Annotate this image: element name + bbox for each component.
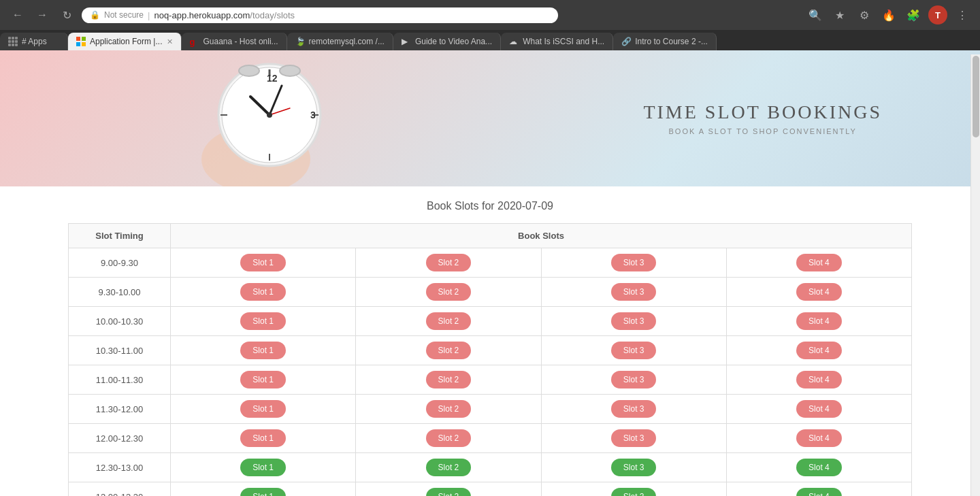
time-cell: 11.30-12.00 xyxy=(69,395,171,424)
slot-button-1[interactable]: Slot 1 xyxy=(240,371,286,388)
slot-button-4[interactable]: Slot 4 xyxy=(796,342,842,359)
svg-text:12: 12 xyxy=(267,73,278,84)
slot-button-3[interactable]: Slot 3 xyxy=(611,400,657,418)
time-cell: 9.00-9.30 xyxy=(69,248,171,278)
slot-button-3[interactable]: Slot 3 xyxy=(611,312,657,330)
slot-button-4[interactable]: Slot 4 xyxy=(796,400,842,418)
slot-cell: Slot 3 xyxy=(541,395,726,424)
tab-apps[interactable]: # Apps xyxy=(0,33,68,50)
table-header-row: Slot Timing Book Slots xyxy=(69,224,912,248)
slot-button-4[interactable]: Slot 4 xyxy=(796,459,842,476)
slot-cell: Slot 4 xyxy=(726,395,911,424)
slot-cell: Slot 3 xyxy=(541,482,726,497)
settings-icon-button[interactable]: ⚙ xyxy=(855,5,874,24)
slot-button-1[interactable]: Slot 1 xyxy=(240,488,286,496)
slot-button-3[interactable]: Slot 3 xyxy=(611,371,657,388)
ms-favicon-icon xyxy=(76,37,86,46)
toolbar-icons: 🔍 ★ ⚙ 🔥 🧩 T ⋮ xyxy=(806,5,972,24)
tab-guaana[interactable]: g Guaana - Host onli... xyxy=(182,33,287,50)
slot-cell: Slot 1 xyxy=(171,248,356,278)
slot-cell: Slot 3 xyxy=(541,278,726,307)
slot-cell: Slot 3 xyxy=(541,453,726,482)
puzzle-icon-button[interactable]: 🧩 xyxy=(904,5,923,24)
slot-button-4[interactable]: Slot 4 xyxy=(796,429,842,447)
tab-remotemysql[interactable]: 🍃 remotemysql.com /... xyxy=(287,33,393,50)
slot-button-1[interactable]: Slot 1 xyxy=(240,400,286,418)
slot-button-4[interactable]: Slot 4 xyxy=(796,371,842,388)
slot-button-4[interactable]: Slot 4 xyxy=(796,488,842,496)
forward-button[interactable]: → xyxy=(33,5,52,24)
tab-guide[interactable]: ▶ Guide to Video Ana... xyxy=(393,33,501,50)
time-cell: 12.00-12.30 xyxy=(69,424,171,453)
time-cell: 12.30-13.00 xyxy=(69,453,171,482)
slot-button-2[interactable]: Slot 2 xyxy=(426,459,472,476)
slot-button-2[interactable]: Slot 2 xyxy=(426,429,472,447)
iscsci-favicon-icon: ☁ xyxy=(509,37,519,46)
slot-button-1[interactable]: Slot 1 xyxy=(240,283,286,301)
slot-cell: Slot 1 xyxy=(171,336,356,365)
slot-button-2[interactable]: Slot 2 xyxy=(426,342,472,359)
col-timing-header: Slot Timing xyxy=(69,224,171,248)
col-slots-header: Book Slots xyxy=(171,224,912,248)
menu-button[interactable]: ⋮ xyxy=(953,5,972,24)
slot-button-2[interactable]: Slot 2 xyxy=(426,254,472,271)
slot-cell: Slot 4 xyxy=(726,453,911,482)
slot-button-3[interactable]: Slot 3 xyxy=(611,283,657,301)
slot-button-3[interactable]: Slot 3 xyxy=(611,488,657,496)
course-favicon-icon: 🔗 xyxy=(621,37,631,46)
url-display: noq-app.herokuapp.com/today/slots xyxy=(154,10,295,20)
slot-cell: Slot 1 xyxy=(171,365,356,395)
slot-button-2[interactable]: Slot 2 xyxy=(426,400,472,418)
hero-banner: 12 3 Time Slot Bookings Book a slot to s… xyxy=(0,50,980,186)
slot-cell: Slot 2 xyxy=(356,365,541,395)
slot-cell: Slot 2 xyxy=(356,307,541,336)
address-bar[interactable]: 🔒 Not secure | noq-app.herokuapp.com/tod… xyxy=(82,7,558,23)
slot-cell: Slot 2 xyxy=(356,248,541,278)
slot-button-1[interactable]: Slot 1 xyxy=(240,312,286,330)
tab-course[interactable]: 🔗 Intro to Course 2 -... xyxy=(613,33,717,50)
tab-iscsci-label: What Is iSCSI and H... xyxy=(523,37,604,46)
slot-button-3[interactable]: Slot 3 xyxy=(611,342,657,359)
slot-button-2[interactable]: Slot 2 xyxy=(426,488,472,496)
slot-button-1[interactable]: Slot 1 xyxy=(240,342,286,359)
slot-button-3[interactable]: Slot 3 xyxy=(611,254,657,271)
slot-button-1[interactable]: Slot 1 xyxy=(240,429,286,447)
url-base: noq-app.herokuapp.com xyxy=(154,10,250,20)
slot-button-4[interactable]: Slot 4 xyxy=(796,283,842,301)
slot-button-2[interactable]: Slot 2 xyxy=(426,371,472,388)
slot-cell: Slot 4 xyxy=(726,248,911,278)
slot-button-1[interactable]: Slot 1 xyxy=(240,254,286,271)
tab-course-label: Intro to Course 2 -... xyxy=(635,37,708,46)
slot-cell: Slot 2 xyxy=(356,278,541,307)
user-avatar[interactable]: T xyxy=(928,5,947,24)
slot-cell: Slot 4 xyxy=(726,482,911,497)
time-cell: 11.00-11.30 xyxy=(69,365,171,395)
table-row: 9.00-9.30Slot 1Slot 2Slot 3Slot 4 xyxy=(69,248,912,278)
slot-cell: Slot 1 xyxy=(171,424,356,453)
slot-button-3[interactable]: Slot 3 xyxy=(611,459,657,476)
browser-toolbar: ← → ↻ 🔒 Not secure | noq-app.herokuapp.c… xyxy=(0,0,980,30)
slot-cell: Slot 2 xyxy=(356,424,541,453)
slot-button-4[interactable]: Slot 4 xyxy=(796,312,842,330)
tab-close-icon[interactable]: ✕ xyxy=(167,37,173,46)
back-button[interactable]: ← xyxy=(8,5,27,24)
scrollbar[interactable] xyxy=(970,54,980,496)
reload-button[interactable]: ↻ xyxy=(57,5,76,24)
tab-guaana-label: Guaana - Host onli... xyxy=(203,37,278,46)
fire-icon-button[interactable]: 🔥 xyxy=(879,5,898,24)
scrollbar-thumb[interactable] xyxy=(973,56,979,137)
bookmark-star-button[interactable]: ★ xyxy=(830,5,849,24)
slot-cell: Slot 1 xyxy=(171,278,356,307)
svg-point-16 xyxy=(267,112,272,118)
search-icon-button[interactable]: 🔍 xyxy=(806,5,825,24)
tab-iscsci[interactable]: ☁ What Is iSCSI and H... xyxy=(501,33,613,50)
tab-appform[interactable]: Application Form |... ✕ xyxy=(68,33,182,50)
slot-button-3[interactable]: Slot 3 xyxy=(611,429,657,447)
slot-cell: Slot 3 xyxy=(541,307,726,336)
slot-button-4[interactable]: Slot 4 xyxy=(796,254,842,271)
slot-button-2[interactable]: Slot 2 xyxy=(426,283,472,301)
slot-button-1[interactable]: Slot 1 xyxy=(240,459,286,476)
page-content: 12 3 Time Slot Bookings Book a slot to s… xyxy=(0,50,980,496)
svg-text:3: 3 xyxy=(310,110,316,120)
slot-button-2[interactable]: Slot 2 xyxy=(426,312,472,330)
